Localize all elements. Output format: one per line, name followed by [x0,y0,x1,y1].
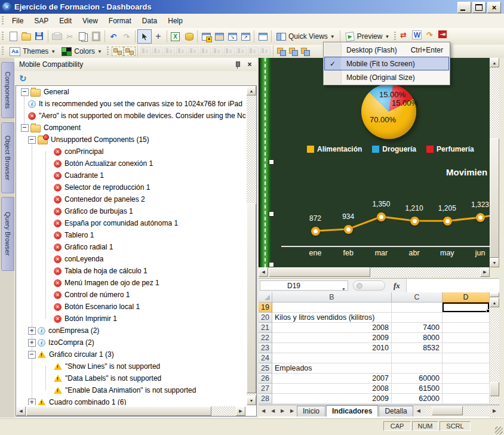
undo-button[interactable]: ↶ [107,30,120,43]
cell-d20[interactable] [442,313,490,323]
tree-item[interactable]: ✕Gráfico de burbujas 1 [16,205,245,217]
canvas-horizontal-scrollbar[interactable]: ◀ ▶ [259,267,490,277]
sidebar-tab-query-browser[interactable]: Query Browser [1,197,14,271]
collapse-icon[interactable] [28,351,36,359]
distribute-horizontal-button[interactable] [211,46,223,57]
panel-close-icon[interactable]: × [245,60,254,69]
redo-button[interactable]: ↷ [120,30,133,43]
menu-item-mobile-fit[interactable]: ✓ Mobile (Fit to Screen) [324,57,449,70]
line-point[interactable] [410,217,419,226]
resize-grip[interactable] [495,427,503,434]
align-right-button[interactable] [164,46,176,57]
refresh-icon[interactable]: ↻ [19,74,27,83]
scroll-thumb[interactable] [490,382,499,396]
cell-d28[interactable] [442,394,490,404]
line-chart[interactable]: 872ene934feb1,350mar1,210abr1,205may1,32… [259,58,490,267]
pin-icon[interactable] [233,60,241,69]
line-point[interactable] [311,227,320,236]
tree-item[interactable]: ✕Gráfico radial 1 [16,241,245,253]
cell-b23[interactable]: 2010 [272,343,392,353]
line-point[interactable] [443,217,452,226]
export-swf-button[interactable]: ⇄ [399,30,412,43]
line-point[interactable] [344,225,353,234]
close-button[interactable]: × [487,2,501,13]
scroll-up-button[interactable]: ▲ [247,86,256,95]
cut-button[interactable]: ✂ [63,30,76,43]
cell-d22[interactable] [442,333,490,343]
same-size-button[interactable] [259,46,271,57]
row-header[interactable]: 27 [259,384,272,394]
split-handle[interactable] [490,292,499,297]
selection-handle[interactable] [269,262,274,267]
tree-item[interactable]: ✕Selector de reproducción 1 [16,181,245,193]
align-left-button[interactable] [140,46,152,57]
paste-button[interactable] [90,30,103,43]
colors-button[interactable]: Colors ▼ [59,46,105,57]
scroll-thumb[interactable] [432,406,463,415]
insert-function-area[interactable] [353,280,385,291]
scroll-right-button[interactable]: ▶ [480,267,490,277]
tree-item[interactable]: ✕Tablero 1 [16,229,245,241]
sheet-tab-indicadores[interactable]: Indicadores [326,405,378,417]
bring-to-front-button[interactable] [299,46,311,57]
tree-item[interactable]: ✕conLeyenda [16,253,245,265]
tree-item[interactable]: ✕"Aero" is not supported on mobile devic… [16,110,245,122]
select-all-corner[interactable] [259,292,272,303]
row-header[interactable]: 26 [259,374,272,384]
expand-icon[interactable] [28,339,36,347]
sheet-tab-inicio[interactable]: Inicio [297,406,325,417]
expand-icon[interactable] [28,399,36,406]
next-sheet-button[interactable]: ▶ [278,406,287,415]
scroll-up-button[interactable]: ▲ [490,58,499,67]
scroll-right-button[interactable]: ▶ [236,406,245,416]
cell-b19[interactable] [272,303,392,313]
sidebar-tab-object-browser[interactable]: Object Browser [1,122,14,193]
selection-tool-button[interactable] [137,29,152,44]
scroll-left-button[interactable]: ◀ [16,406,26,416]
menu-data[interactable]: Data [137,15,162,27]
name-box[interactable]: D19▼ [260,280,348,291]
column-header-d[interactable]: D [442,292,490,303]
row-header[interactable]: 19 [259,303,272,313]
cell-c25[interactable] [392,363,442,374]
tab-scroll-left-button[interactable]: ◀ [414,406,423,415]
cell-c28[interactable]: 62000 [392,394,442,404]
group-button[interactable] [112,46,124,57]
cell-c24[interactable] [392,353,442,363]
align-center-button[interactable] [152,46,164,57]
tab-horizontal-scrollbar[interactable] [425,406,490,415]
same-height-button[interactable] [247,46,259,57]
first-sheet-button[interactable]: ◀ [259,406,268,415]
cell-d23[interactable] [442,343,490,353]
column-header-c[interactable]: C [392,292,442,303]
align-bottom-button[interactable] [199,46,211,57]
tree-item[interactable]: !"Enable Data Animation" is not supporte… [16,384,245,396]
menu-item-mobile-original[interactable]: Mobile (Original Size) [324,70,449,84]
scroll-thumb[interactable] [269,267,370,277]
cell-b22[interactable]: 2009 [272,333,392,343]
tree-vertical-scrollbar[interactable]: ▲ ▼ [247,86,256,405]
scroll-up-button[interactable]: ▲ [490,298,499,307]
cell-b28[interactable]: 2009 [272,394,392,404]
align-middle-button[interactable] [188,46,199,57]
row-header[interactable]: 23 [259,343,272,353]
export-word-button[interactable]: W [412,30,425,43]
import-excel-button[interactable]: X [169,30,182,43]
print-button[interactable] [50,30,63,43]
tree-item[interactable]: ✕Cuadrante 1 [16,169,245,181]
sidebar-tab-components[interactable]: Components [1,62,14,118]
cell-b24[interactable] [272,353,392,363]
export-outlook-button[interactable]: ↷ [425,30,438,43]
toolbar-grip[interactable] [2,16,4,26]
tree-item[interactable]: ✕Menú Imagen de ojo de pez 1 [16,277,245,289]
cell-d25[interactable] [442,363,490,374]
row-header[interactable]: 21 [259,323,272,333]
toolbar-grip[interactable] [107,47,109,56]
scroll-down-button[interactable]: ▼ [247,396,256,405]
tree-item[interactable]: Component [16,122,245,134]
cell-c19[interactable] [392,303,442,313]
cell-c23[interactable]: 8532 [392,343,442,353]
column-header-b[interactable]: B [272,292,392,303]
tab-scroll-right-button[interactable]: ▶ [490,406,499,415]
tree-item[interactable]: General [16,86,245,98]
